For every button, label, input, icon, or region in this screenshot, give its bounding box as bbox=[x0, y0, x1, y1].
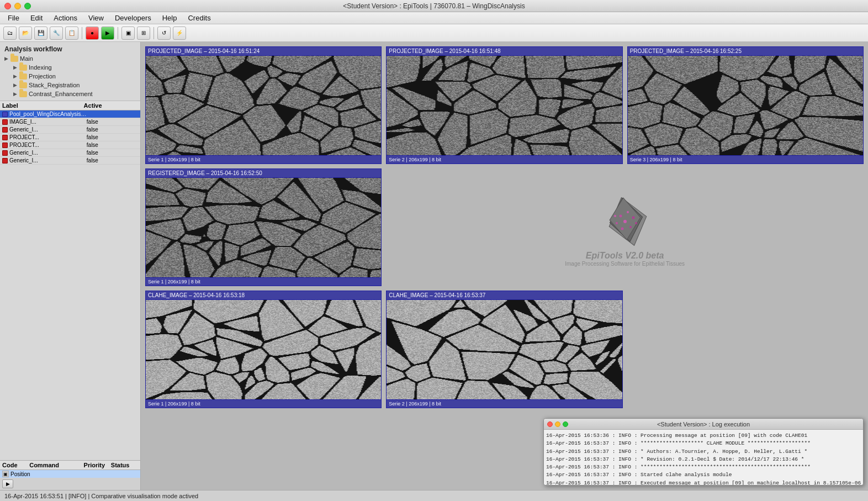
tree-arrow-projection: ▶ bbox=[13, 73, 17, 79]
minimize-button[interactable] bbox=[14, 3, 21, 9]
folder-icon-contrast bbox=[19, 91, 27, 97]
log-minimize-button[interactable] bbox=[555, 421, 560, 427]
toolbar-btn-8[interactable]: ↺ bbox=[157, 27, 171, 40]
menu-help[interactable]: Help bbox=[157, 13, 183, 23]
image-card-clahe-2[interactable]: CLAHE_IMAGE – 2015-04-16 16:53:37 Serie … bbox=[386, 291, 622, 408]
svg-point-8 bbox=[629, 226, 632, 228]
data-row-1[interactable]: Generic_I... false bbox=[0, 126, 140, 134]
row-icon-2 bbox=[2, 135, 8, 140]
tree-arrow-contrast: ▶ bbox=[13, 91, 17, 97]
toolbar-record-btn[interactable]: ● bbox=[86, 27, 99, 40]
menu-bar: File Edit Actions View Developers Help C… bbox=[0, 12, 868, 24]
menu-edit[interactable]: Edit bbox=[25, 13, 48, 23]
tree-item-indexing[interactable]: ▶ Indexing bbox=[2, 63, 138, 72]
toolbar-btn-2[interactable]: 📂 bbox=[19, 27, 32, 40]
data-row-4[interactable]: Generic_I... false bbox=[0, 149, 140, 157]
image-card-proj-2[interactable]: PROJECTED_IMAGE – 2015-04-16 16:51:48 Se… bbox=[386, 46, 622, 164]
col-header-active: Active bbox=[84, 102, 138, 109]
menu-actions[interactable]: Actions bbox=[48, 13, 83, 23]
toolbar-btn-6[interactable]: ▣ bbox=[121, 27, 135, 40]
row-icon-3 bbox=[2, 143, 8, 148]
data-row-3[interactable]: PROJECT... false bbox=[0, 141, 140, 149]
cmd-col-code: Code bbox=[2, 462, 29, 468]
close-button[interactable] bbox=[4, 3, 11, 9]
tree-item-main[interactable]: ▶ Main bbox=[2, 54, 138, 63]
image-footer-proj-3: Serie 3 | 206x199 | 8 bit bbox=[628, 155, 863, 164]
image-card-title-proj-1: PROJECTED_IMAGE – 2015-04-16 16:51:24 bbox=[146, 47, 381, 56]
epitools-logo-icon bbox=[595, 188, 655, 249]
toolbar-btn-9[interactable]: ⚡ bbox=[173, 27, 186, 40]
image-card-title-proj-2: PROJECTED_IMAGE – 2015-04-16 16:51:48 bbox=[387, 47, 622, 56]
data-row-5[interactable]: Generic_I... false bbox=[0, 157, 140, 165]
toolbar-btn-4[interactable]: 🔧 bbox=[50, 27, 63, 40]
menu-view[interactable]: View bbox=[83, 13, 109, 23]
log-controls bbox=[547, 421, 568, 427]
second-row: REGISTERED_IMAGE – 2015-04-16 16:52:50 S… bbox=[145, 168, 864, 286]
exec-button[interactable]: ▶ bbox=[2, 479, 13, 488]
log-title-bar: <Student Version> : Log execution bbox=[544, 419, 863, 430]
row-icon-0 bbox=[2, 119, 8, 125]
log-close-button[interactable] bbox=[547, 421, 553, 427]
menu-file[interactable]: File bbox=[2, 13, 25, 23]
pool-row-icon bbox=[2, 112, 8, 117]
window-controls bbox=[4, 3, 31, 9]
image-footer-proj-2: Serie 2 | 206x199 | 8 bit bbox=[387, 155, 622, 164]
image-card-clahe-1[interactable]: CLAHE_IMAGE – 2015-04-16 16:53:18 Serie … bbox=[145, 291, 382, 408]
toolbar-btn-5[interactable]: 📋 bbox=[65, 27, 78, 40]
data-row-0[interactable]: IMAGE_I... false bbox=[0, 118, 140, 126]
menu-credits[interactable]: Credits bbox=[182, 13, 216, 23]
tree-item-stack-reg[interactable]: ▶ Stack_Registration bbox=[2, 81, 138, 89]
cmd-row-icon-0: ▣ bbox=[2, 471, 9, 477]
image-card-proj-3[interactable]: PROJECTED_IMAGE – 2015-04-16 16:52:25 Se… bbox=[627, 46, 864, 164]
log-line: 16-Apr-2015 16:53:37 : INFO : **********… bbox=[546, 463, 861, 471]
svg-point-9 bbox=[621, 227, 623, 230]
main-layout: Analysis workflow ▶ Main ▶ Indexing ▶ Pr… bbox=[0, 42, 868, 490]
tree-arrow-stack-reg: ▶ bbox=[13, 82, 17, 88]
toolbar-btn-3[interactable]: 💾 bbox=[34, 27, 47, 40]
tree-arrow-main: ▶ bbox=[4, 56, 8, 61]
folder-icon-stack-reg bbox=[19, 82, 27, 88]
toolbar-btn-7[interactable]: ⊞ bbox=[137, 27, 150, 40]
menu-developers[interactable]: Developers bbox=[109, 13, 157, 23]
image-card-proj-1[interactable]: PROJECTED_IMAGE – 2015-04-16 16:51:24 Se… bbox=[145, 46, 382, 164]
toolbar: 🗂 📂 💾 🔧 📋 ● ▶ ▣ ⊞ ↺ ⚡ bbox=[0, 24, 868, 42]
status-text: 16-Apr-2015 16:53:51 | [INFO] | Comparat… bbox=[4, 493, 198, 499]
svg-point-6 bbox=[616, 222, 618, 224]
image-grid: PROJECTED_IMAGE – 2015-04-16 16:51:24 Se… bbox=[145, 46, 864, 164]
log-maximize-button[interactable] bbox=[563, 421, 568, 427]
toolbar-play-btn[interactable]: ▶ bbox=[101, 27, 114, 40]
logo-tagline: Image Processing Software for Epithelial… bbox=[565, 261, 685, 267]
log-line: 16-Apr-2015 16:53:37 : INFO : Started cl… bbox=[546, 471, 861, 479]
log-line: 16-Apr-2015 16:53:37 : INFO : **********… bbox=[546, 440, 861, 447]
toolbar-separator-3 bbox=[154, 27, 154, 39]
data-row-2[interactable]: PROJECT... false bbox=[0, 134, 140, 141]
col-header-label: Label bbox=[2, 102, 84, 109]
log-line: 16-Apr-2015 16:53:37 : INFO : Executed m… bbox=[546, 479, 861, 486]
svg-point-3 bbox=[619, 214, 622, 217]
log-panel: <Student Version> : Log execution 16-Apr… bbox=[543, 418, 864, 486]
svg-point-7 bbox=[623, 220, 627, 223]
log-title-text: <Student Version> : Log execution bbox=[657, 421, 750, 428]
pool-label: Pool_pool_WingDiscAnalysis_cmp_2... bbox=[9, 111, 87, 117]
image-card-title-clahe-2: CLAHE_IMAGE – 2015-04-16 16:53:37 bbox=[387, 291, 622, 300]
log-line: 16-Apr-2015 16:53:37 : INFO : * Revision… bbox=[546, 456, 861, 463]
cmd-row-0[interactable]: ▣ Position bbox=[0, 470, 140, 478]
workflow-header: Analysis workflow bbox=[2, 44, 138, 54]
svg-point-10 bbox=[614, 215, 616, 217]
clahe-row: CLAHE_IMAGE – 2015-04-16 16:53:18 Serie … bbox=[145, 291, 864, 408]
toolbar-separator-1 bbox=[82, 27, 82, 39]
tree-arrow-indexing: ▶ bbox=[13, 65, 17, 70]
toolbar-btn-1[interactable]: 🗂 bbox=[3, 27, 17, 40]
workflow-tree: Analysis workflow ▶ Main ▶ Indexing ▶ Pr… bbox=[0, 42, 140, 101]
log-content[interactable]: 16-Apr-2015 16:53:36 : INFO : Processing… bbox=[544, 430, 863, 485]
maximize-button[interactable] bbox=[24, 3, 31, 9]
tree-item-projection[interactable]: ▶ Projection bbox=[2, 72, 138, 81]
image-footer-clahe-2: Serie 2 | 206x199 | 8 bit bbox=[387, 399, 622, 408]
data-row-pool[interactable]: Pool_pool_WingDiscAnalysis_cmp_2... bbox=[0, 110, 140, 118]
image-card-registered[interactable]: REGISTERED_IMAGE – 2015-04-16 16:52:50 S… bbox=[145, 168, 382, 286]
tree-item-contrast[interactable]: ▶ Contrast_Enhancement bbox=[2, 89, 138, 98]
image-card-title-registered: REGISTERED_IMAGE – 2015-04-16 16:52:50 bbox=[146, 169, 381, 178]
title-bar: <Student Version> : EpiTools | 736070.81… bbox=[0, 0, 868, 12]
log-line: 16-Apr-2015 16:53:36 : INFO : Processing… bbox=[546, 432, 861, 440]
logo-container: EpiTools V2.0 beta Image Processing Soft… bbox=[565, 188, 685, 267]
